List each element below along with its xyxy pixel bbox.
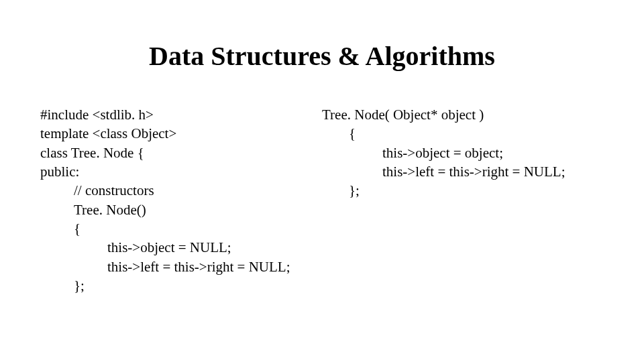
- code-line: {: [322, 124, 604, 143]
- left-column: #include <stdlib. h> template <class Obj…: [40, 105, 322, 295]
- slide-title: Data Structures & Algorithms: [40, 40, 604, 72]
- code-line: this->object = NULL;: [40, 238, 322, 257]
- code-line: #include <stdlib. h>: [40, 105, 322, 124]
- code-line: this->object = object;: [322, 143, 604, 162]
- code-line: // constructors: [40, 181, 322, 200]
- code-line: Tree. Node(): [40, 200, 322, 219]
- code-line: public:: [40, 162, 322, 181]
- code-columns: #include <stdlib. h> template <class Obj…: [40, 105, 604, 295]
- code-line: {: [40, 219, 322, 238]
- code-line: class Tree. Node {: [40, 143, 322, 162]
- code-line: this->left = this->right = NULL;: [322, 162, 604, 181]
- code-line: Tree. Node( Object* object ): [322, 105, 604, 124]
- code-line: };: [322, 181, 604, 200]
- code-line: this->left = this->right = NULL;: [40, 257, 322, 276]
- code-line: };: [40, 276, 322, 295]
- slide: Data Structures & Algorithms #include <s…: [0, 0, 644, 362]
- code-line: template <class Object>: [40, 124, 322, 143]
- right-column: Tree. Node( Object* object ) { this->obj…: [322, 105, 604, 295]
